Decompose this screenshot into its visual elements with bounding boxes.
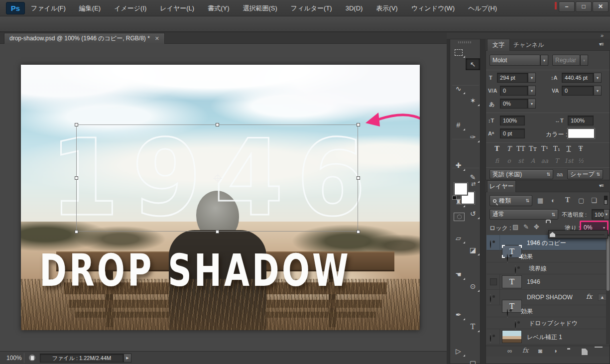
transform-reference-point[interactable] <box>215 175 221 181</box>
font-family-select[interactable]: Molot <box>489 55 540 66</box>
fill-slider-popup[interactable] <box>548 230 608 239</box>
tsume-caret-icon[interactable]: ▾ <box>528 99 536 109</box>
tool-history-brush[interactable]: ↺ <box>466 208 480 220</box>
swap-colors-icon[interactable]: ⇄ <box>471 181 476 187</box>
titling-alternates-button[interactable]: T <box>551 156 563 165</box>
fractions-button[interactable]: ½ <box>575 156 587 165</box>
file-info-field[interactable]: ファイル : 1.22M/2.44M <box>40 354 123 363</box>
layer-name[interactable]: レベル補正 1 <box>527 333 562 342</box>
fx-badge-icon[interactable]: fx <box>586 293 592 300</box>
layer-row-levels[interactable]: レベル補正 1 <box>487 329 606 345</box>
scrollbar-thumb[interactable] <box>607 236 610 291</box>
new-adjustment-layer-icon[interactable]: ◑ <box>553 347 557 355</box>
visibility-eye-icon[interactable] <box>507 253 508 263</box>
menu-layer[interactable]: レイヤー(L) <box>160 4 194 13</box>
stroke-effect-row[interactable]: 境界線 <box>487 262 606 274</box>
tsume-field[interactable]: 0% <box>500 99 528 109</box>
lock-transparency-icon[interactable]: ▨ <box>512 223 518 231</box>
tool-shape[interactable]: ▢ <box>466 357 480 364</box>
fill-slider-handle[interactable] <box>550 232 555 237</box>
faux-bold-button[interactable]: T <box>491 144 503 153</box>
tool-eraser[interactable]: ▱ <box>451 232 466 244</box>
menu-select[interactable]: 選択範囲(S) <box>243 4 277 13</box>
menu-help[interactable]: ヘルプ(H) <box>468 4 497 13</box>
font-size-caret-icon[interactable]: ▾ <box>528 73 536 83</box>
stylistic-alternates-button[interactable]: aa <box>539 156 551 165</box>
lock-position-icon[interactable]: ✥ <box>534 223 539 231</box>
ordinals-button[interactable]: 1st <box>563 156 575 165</box>
baseline-shift-field[interactable]: 0 pt <box>500 128 525 138</box>
tool-lasso[interactable]: ∿ <box>451 83 466 95</box>
collapse-effects-icon[interactable]: ▲ <box>598 294 607 301</box>
tab-character[interactable]: 文字 <box>487 39 510 51</box>
foreground-color-swatch[interactable] <box>454 183 468 195</box>
transform-handle-mr[interactable] <box>357 176 360 180</box>
document-status-icon[interactable] <box>28 354 36 362</box>
drop-shadow-effect-label[interactable]: ドロップシャドウ <box>529 319 578 328</box>
transform-handle-tl[interactable] <box>75 123 78 126</box>
menu-edit[interactable]: 編集(E) <box>79 4 101 13</box>
maximize-button[interactable]: □ <box>576 1 592 12</box>
default-colors-icon[interactable] <box>452 196 457 200</box>
drop-shadow-effect-row[interactable]: ドロップシャドウ <box>487 317 606 329</box>
tracking-caret-icon[interactable]: ▾ <box>594 86 602 96</box>
vertical-scale-field[interactable]: 100% <box>500 116 525 125</box>
tab-layers[interactable]: レイヤー <box>487 180 516 192</box>
filter-type-layers-icon[interactable]: T <box>565 196 570 204</box>
superscript-button[interactable]: T¹ <box>539 144 551 153</box>
layer-name[interactable]: DROP SHADOW <box>527 294 573 301</box>
faux-italic-button[interactable]: T <box>503 144 515 153</box>
transform-handle-ml[interactable] <box>75 176 78 180</box>
tool-magic-wand[interactable]: ✶ <box>466 95 480 107</box>
transform-handle-bl[interactable] <box>75 230 78 234</box>
layer-style-fx-icon[interactable]: fx <box>522 347 528 354</box>
lock-paint-icon[interactable]: ✎ <box>523 223 529 231</box>
filter-smart-objects-icon[interactable]: ❏ <box>591 197 597 204</box>
tool-paint-bucket[interactable]: ◪ <box>466 244 480 256</box>
menu-type[interactable]: 書式(Y) <box>208 4 229 13</box>
menu-3d[interactable]: 3D(D) <box>346 4 363 12</box>
opacity-caret-icon[interactable]: ▾ <box>604 209 610 220</box>
transform-handle-br[interactable] <box>357 230 360 234</box>
small-caps-button[interactable]: Tᴛ <box>527 144 539 153</box>
layer-name[interactable]: 1946 のコピー <box>527 239 566 247</box>
tool-type[interactable]: T <box>466 321 480 333</box>
photo-canvas[interactable]: DROP SHADOW 1946 <box>21 65 420 330</box>
kerning-caret-icon[interactable]: ▾ <box>528 86 536 96</box>
new-layer-icon[interactable] <box>582 349 588 355</box>
text-layer-thumbnail[interactable]: T <box>502 275 522 288</box>
kerning-field[interactable]: 0 <box>500 86 528 96</box>
leading-caret-icon[interactable]: ▾ <box>594 73 602 83</box>
panel-menu-icon[interactable]: ▾≡ <box>599 41 604 47</box>
document-tab[interactable]: drop-shadow.psd @ 100% (1946 のコピー, RGB/8… <box>4 33 165 44</box>
anti-alias-select[interactable]: シャープ ⇅ <box>567 169 603 179</box>
menu-filter[interactable]: フィルター(T) <box>291 4 332 13</box>
ligatures-button[interactable]: fi <box>491 156 503 165</box>
filter-shape-layers-icon[interactable]: ▢ <box>578 197 584 204</box>
tool-smudge[interactable]: ☚ <box>451 268 466 280</box>
effects-header-row[interactable]: 効果 <box>487 305 606 317</box>
filter-adjustment-layers-icon[interactable]: ◐ <box>551 197 555 204</box>
menu-file[interactable]: ファイル(F) <box>31 4 66 13</box>
fill-slider-track[interactable] <box>552 235 605 236</box>
zoom-level[interactable]: 100% <box>6 355 22 362</box>
underline-button[interactable]: T <box>563 144 575 153</box>
layers-scrollbar[interactable] <box>606 235 610 345</box>
effects-label[interactable]: 効果 <box>521 252 533 261</box>
add-layer-mask-icon[interactable]: ◙ <box>538 347 542 355</box>
link-layers-icon[interactable]: ∞ <box>507 347 512 355</box>
filtering-toggle[interactable] <box>604 196 608 205</box>
tool-move[interactable]: ↖ <box>466 58 480 70</box>
menu-view[interactable]: 表示(V) <box>376 4 397 13</box>
collapse-panels-icon[interactable]: » <box>601 32 604 38</box>
transform-handle-tr[interactable] <box>357 123 360 126</box>
visibility-eye-icon[interactable] <box>490 240 491 249</box>
strikethrough-button[interactable]: Ŧ <box>575 144 587 153</box>
discretionary-ligatures-button[interactable]: st <box>515 156 527 165</box>
visibility-eye-icon[interactable] <box>515 320 516 330</box>
language-select[interactable]: 英語 (米国) ⇅ <box>489 169 553 179</box>
layer-name[interactable]: 1946 <box>527 278 540 285</box>
visibility-eye-icon[interactable] <box>507 308 508 318</box>
tool-spot-healing-brush[interactable]: ✚ <box>451 159 466 171</box>
visibility-eye-icon[interactable] <box>490 334 491 343</box>
